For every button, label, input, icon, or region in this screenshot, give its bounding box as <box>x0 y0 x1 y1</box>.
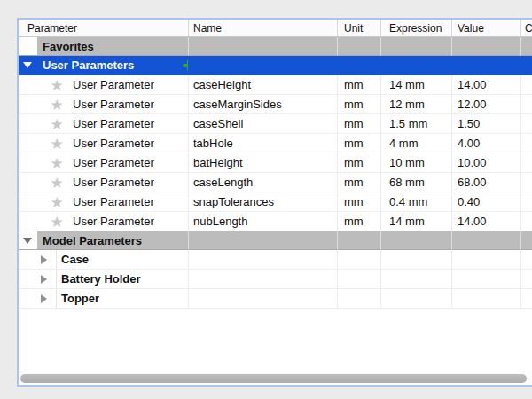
section-label: Model Parameters <box>43 234 142 247</box>
column-header-expression[interactable]: Expression <box>380 20 451 36</box>
table-row[interactable]: ★ User Parameter caseHeight mm 14 mm 14.… <box>19 75 532 95</box>
param-unit[interactable]: mm <box>337 75 380 95</box>
group-label: Topper <box>61 292 99 305</box>
parameter-type-label: User Parameter <box>73 195 154 208</box>
favorite-star-icon[interactable]: ★ <box>48 115 66 133</box>
param-comment[interactable] <box>520 75 532 95</box>
parameter-type-label: User Parameter <box>73 156 154 169</box>
param-unit[interactable]: mm <box>337 134 380 153</box>
param-unit[interactable]: mm <box>337 95 380 114</box>
parameter-type-label: User Parameter <box>73 117 154 130</box>
favorite-star-icon[interactable]: ★ <box>48 76 66 94</box>
param-value: 1.50 <box>451 114 520 134</box>
group-label: Battery Holder <box>61 272 141 286</box>
param-unit[interactable]: mm <box>337 212 380 231</box>
param-value: 10.00 <box>451 153 520 173</box>
table-row[interactable]: ★ User Parameter caseLength mm 68 mm 68.… <box>19 173 532 192</box>
section-row-user-parameters[interactable]: User Parameters <box>19 56 532 75</box>
table-row[interactable]: ★ User Parameter batHeight mm 10 mm 10.0… <box>19 153 532 173</box>
chevron-right-icon[interactable] <box>41 275 47 284</box>
section-label: User Parameters <box>43 59 134 72</box>
parameter-type-label: User Parameter <box>73 137 154 150</box>
param-value: 4.00 <box>451 134 520 153</box>
parameter-type-label: User Parameter <box>73 78 154 91</box>
param-value: 14.00 <box>451 75 520 95</box>
param-comment[interactable] <box>520 153 532 173</box>
param-comment[interactable] <box>520 212 532 231</box>
param-comment[interactable] <box>520 134 532 153</box>
section-label: Favorites <box>43 40 94 53</box>
param-value: 12.00 <box>451 95 520 114</box>
param-comment[interactable] <box>520 173 532 192</box>
parameter-type-label: User Parameter <box>73 176 154 189</box>
param-value: 14.00 <box>451 212 520 231</box>
chevron-down-icon[interactable] <box>23 238 32 244</box>
param-comment[interactable] <box>520 114 532 134</box>
param-name[interactable]: snapTolerances <box>188 192 337 212</box>
horizontal-scrollbar[interactable] <box>19 372 532 385</box>
chevron-right-icon[interactable] <box>41 294 47 303</box>
column-header-parameter[interactable]: Parameter <box>19 20 188 36</box>
param-unit[interactable]: mm <box>337 173 380 192</box>
tree-indent-line <box>56 250 57 269</box>
param-expression[interactable]: 4 mm <box>380 134 451 153</box>
column-header-name[interactable]: Name <box>188 20 337 36</box>
section-row-favorites[interactable]: Favorites <box>19 37 532 56</box>
param-value: 68.00 <box>451 173 520 192</box>
chevron-down-icon[interactable] <box>23 62 32 68</box>
column-header-unit[interactable]: Unit <box>337 20 380 36</box>
param-unit[interactable]: mm <box>337 192 380 212</box>
param-name[interactable]: caseShell <box>188 114 337 134</box>
parameter-type-label: User Parameter <box>73 98 154 111</box>
table-row[interactable]: ★ User Parameter caseMarginSides mm 12 m… <box>19 95 532 114</box>
param-expression[interactable]: 14 mm <box>380 212 451 231</box>
parameters-table: Parameter Name Unit Expression Value C F… <box>17 18 532 387</box>
tree-indent-line <box>56 289 57 308</box>
param-expression[interactable]: 68 mm <box>380 173 451 192</box>
param-expression[interactable]: 14 mm <box>380 75 451 95</box>
table-row[interactable]: ★ User Parameter nubLength mm 14 mm 14.0… <box>19 212 532 231</box>
group-label: Case <box>61 253 89 266</box>
tree-indent-line <box>56 270 57 288</box>
param-name[interactable]: caseHeight <box>188 75 337 95</box>
add-parameter-button[interactable] <box>183 59 188 71</box>
param-unit[interactable]: mm <box>337 153 380 173</box>
section-row-model-parameters[interactable]: Model Parameters <box>19 231 532 250</box>
param-comment[interactable] <box>520 192 532 212</box>
favorite-star-icon[interactable]: ★ <box>48 135 66 153</box>
param-name[interactable]: tabHole <box>188 134 337 153</box>
favorite-star-icon[interactable]: ★ <box>48 174 66 192</box>
param-comment[interactable] <box>520 95 532 114</box>
group-row-topper[interactable]: Topper <box>19 289 532 309</box>
param-expression[interactable]: 0.4 mm <box>380 192 451 212</box>
group-row-battery-holder[interactable]: Battery Holder <box>19 270 532 289</box>
table-header: Parameter Name Unit Expression Value C <box>19 20 532 37</box>
table-row[interactable]: ★ User Parameter caseShell mm 1.5 mm 1.5… <box>19 114 532 134</box>
favorite-star-icon[interactable]: ★ <box>48 213 66 231</box>
param-name[interactable]: caseLength <box>188 173 337 192</box>
column-header-value[interactable]: Value <box>451 20 520 36</box>
column-header-comments[interactable]: C <box>520 20 532 36</box>
param-expression[interactable]: 1.5 mm <box>380 114 451 134</box>
param-name[interactable]: caseMarginSides <box>188 95 337 114</box>
chevron-right-icon[interactable] <box>41 255 47 264</box>
param-unit[interactable]: mm <box>337 114 380 134</box>
param-name[interactable]: batHeight <box>188 153 337 173</box>
favorite-star-icon[interactable]: ★ <box>48 96 66 113</box>
favorite-star-icon[interactable]: ★ <box>48 154 66 172</box>
param-value: 0.40 <box>451 192 520 212</box>
param-expression[interactable]: 10 mm <box>380 153 451 173</box>
scrollbar-thumb[interactable] <box>20 374 527 383</box>
table-row[interactable]: ★ User Parameter tabHole mm 4 mm 4.00 <box>19 134 532 153</box>
param-name[interactable]: nubLength <box>188 212 337 231</box>
param-expression[interactable]: 12 mm <box>380 95 451 114</box>
parameter-type-label: User Parameter <box>73 215 154 228</box>
table-row[interactable]: ★ User Parameter snapTolerances mm 0.4 m… <box>19 192 532 212</box>
favorite-star-icon[interactable]: ★ <box>48 193 66 211</box>
group-row-case[interactable]: Case <box>19 250 532 270</box>
